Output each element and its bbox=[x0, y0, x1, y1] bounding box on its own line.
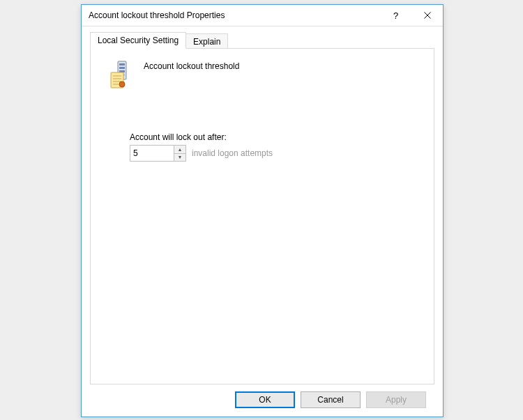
properties-dialog: Account lockout threshold Properties ? L… bbox=[81, 4, 444, 417]
tab-explain[interactable]: Explain bbox=[185, 33, 228, 49]
cancel-button[interactable]: Cancel bbox=[301, 391, 361, 408]
close-button[interactable] bbox=[411, 5, 443, 26]
panel-content: Account lockout threshold Account will l… bbox=[91, 49, 434, 173]
tab-panel: Account lockout threshold Account will l… bbox=[90, 48, 434, 384]
svg-rect-4 bbox=[119, 67, 125, 69]
chevron-down-icon: ▼ bbox=[178, 155, 183, 160]
window-controls: ? bbox=[380, 5, 443, 26]
svg-rect-3 bbox=[119, 63, 125, 65]
threshold-unit: invalid logon attempts bbox=[192, 148, 273, 158]
tab-strip: Local Security Setting Explain bbox=[90, 32, 434, 49]
threshold-spinner: ▲ ▼ bbox=[130, 145, 186, 162]
dialog-buttons: OK Cancel Apply bbox=[90, 384, 434, 417]
threshold-input[interactable] bbox=[130, 146, 174, 161]
help-button[interactable]: ? bbox=[380, 5, 411, 26]
policy-name: Account lockout threshold bbox=[144, 60, 239, 71]
help-icon: ? bbox=[393, 10, 398, 21]
ok-button[interactable]: OK bbox=[235, 391, 295, 408]
titlebar: Account lockout threshold Properties ? bbox=[82, 5, 443, 26]
threshold-row: ▲ ▼ invalid logon attempts bbox=[130, 145, 416, 162]
lockout-label: Account will lock out after: bbox=[130, 132, 416, 142]
policy-header: Account lockout threshold bbox=[109, 60, 416, 89]
chevron-up-icon: ▲ bbox=[178, 147, 183, 152]
dialog-title: Account lockout threshold Properties bbox=[89, 10, 225, 20]
apply-button[interactable]: Apply bbox=[366, 391, 426, 408]
spin-up-button[interactable]: ▲ bbox=[174, 146, 185, 153]
close-icon bbox=[424, 12, 431, 19]
tab-local-security-setting[interactable]: Local Security Setting bbox=[90, 32, 186, 49]
policy-icon bbox=[109, 60, 134, 89]
spin-buttons: ▲ ▼ bbox=[174, 146, 185, 161]
spin-down-button[interactable]: ▼ bbox=[174, 153, 185, 162]
svg-point-12 bbox=[119, 81, 125, 87]
client-area: Local Security Setting Explain bbox=[82, 26, 443, 417]
